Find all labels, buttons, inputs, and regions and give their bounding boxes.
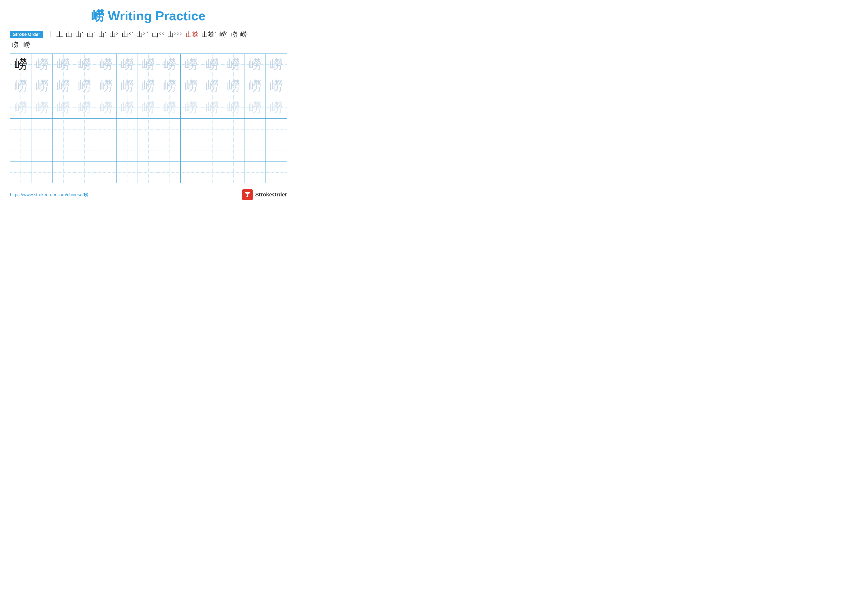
grid-cell[interactable]: 嶗 — [31, 75, 53, 96]
grid-cell[interactable]: 嶗 — [181, 75, 202, 96]
grid-cell[interactable]: 嶗 — [10, 54, 31, 75]
grid-cell[interactable] — [95, 119, 116, 140]
grid-cell[interactable] — [10, 119, 31, 140]
grid-cell[interactable] — [245, 119, 266, 140]
brand-logo: 字 StrokeOrder — [242, 189, 287, 200]
grid-cell[interactable]: 嶗 — [181, 54, 202, 75]
grid-cell[interactable]: 嶗 — [223, 97, 245, 118]
grid-cell[interactable] — [116, 162, 138, 183]
practice-character: 嶗 — [206, 79, 219, 92]
grid-cell[interactable]: 嶗 — [266, 75, 287, 96]
grid-cell[interactable]: 嶗 — [116, 54, 138, 75]
practice-character: 嶗 — [99, 58, 112, 71]
grid-cell[interactable]: 嶗 — [181, 97, 202, 118]
grid-cell[interactable] — [53, 119, 74, 140]
grid-cell[interactable]: 嶗 — [202, 54, 223, 75]
grid-cell[interactable]: 嶗 — [160, 97, 181, 118]
practice-character: 嶗 — [78, 101, 91, 114]
grid-cell[interactable]: 嶗 — [202, 97, 223, 118]
grid-cell[interactable] — [116, 119, 138, 140]
grid-cell[interactable]: 嶗 — [95, 97, 116, 118]
grid-cell[interactable] — [181, 140, 202, 162]
stroke-17: 嶗˙ — [12, 41, 20, 48]
grid-cell[interactable]: 嶗 — [223, 75, 245, 96]
practice-character: 嶗 — [121, 101, 133, 114]
grid-cell[interactable] — [181, 162, 202, 183]
grid-cell[interactable] — [74, 119, 95, 140]
grid-cell[interactable]: 嶗 — [160, 54, 181, 75]
grid-cell[interactable] — [74, 140, 95, 162]
grid-cell[interactable] — [245, 162, 266, 183]
grid-cell[interactable] — [223, 140, 245, 162]
grid-cell[interactable]: 嶗 — [138, 97, 159, 118]
grid-cell[interactable] — [95, 162, 116, 183]
practice-character: 嶗 — [248, 79, 261, 92]
grid-cell[interactable]: 嶗 — [10, 97, 31, 118]
grid-cell[interactable]: 嶗 — [138, 54, 159, 75]
practice-character: 嶗 — [206, 101, 219, 114]
grid-cell[interactable]: 嶗 — [74, 75, 95, 96]
grid-cell[interactable]: 嶗 — [160, 75, 181, 96]
grid-cell[interactable]: 嶗 — [266, 54, 287, 75]
grid-cell[interactable]: 嶗 — [74, 97, 95, 118]
grid-cell[interactable]: 嶗 — [95, 75, 116, 96]
grid-cell[interactable]: 嶗 — [116, 97, 138, 118]
grid-cell[interactable] — [138, 162, 159, 183]
page-title: 嶗 Writing Practice — [10, 8, 287, 25]
grid-cell[interactable] — [223, 119, 245, 140]
grid-cell[interactable] — [223, 162, 245, 183]
grid-cell[interactable]: 嶗 — [223, 54, 245, 75]
stroke-order-row2: 嶗˙ 嶗 — [10, 41, 287, 48]
stroke-11: 山ˣˣˣ — [167, 31, 183, 38]
grid-cell[interactable] — [31, 162, 53, 183]
practice-character: 嶗 — [184, 58, 197, 71]
grid-cell[interactable]: 嶗 — [266, 97, 287, 118]
grid-cell[interactable] — [10, 162, 31, 183]
practice-character: 嶗 — [270, 58, 282, 71]
stroke-15: 嶗 — [231, 31, 237, 38]
practice-character: 嶗 — [121, 79, 133, 92]
grid-cell[interactable]: 嶗 — [116, 75, 138, 96]
grid-cell[interactable]: 嶗 — [10, 75, 31, 96]
grid-cell[interactable]: 嶗 — [53, 54, 74, 75]
grid-cell[interactable] — [202, 140, 223, 162]
grid-cell[interactable] — [160, 140, 181, 162]
practice-character: 嶗 — [14, 79, 27, 92]
grid-cell[interactable] — [202, 162, 223, 183]
grid-cell[interactable] — [160, 162, 181, 183]
stroke-16: 嶗˙ — [240, 31, 249, 38]
grid-cell[interactable] — [53, 140, 74, 162]
grid-cell[interactable] — [138, 140, 159, 162]
stroke-2: 丄 — [56, 31, 63, 38]
grid-cell[interactable] — [266, 140, 287, 162]
grid-cell[interactable] — [245, 140, 266, 162]
grid-cell[interactable] — [31, 140, 53, 162]
grid-cell[interactable] — [266, 162, 287, 183]
grid-cell[interactable]: 嶗 — [53, 75, 74, 96]
practice-grid: 嶗嶗嶗嶗嶗嶗嶗嶗嶗嶗嶗嶗嶗嶗嶗嶗嶗嶗嶗嶗嶗嶗嶗嶗嶗嶗嶗嶗嶗嶗嶗嶗嶗嶗嶗嶗嶗嶗嶗 — [10, 53, 287, 183]
grid-cell[interactable]: 嶗 — [31, 54, 53, 75]
grid-cell[interactable]: 嶗 — [202, 75, 223, 96]
grid-cell[interactable]: 嶗 — [74, 54, 95, 75]
grid-cell[interactable] — [74, 162, 95, 183]
practice-character: 嶗 — [142, 79, 155, 92]
grid-cell[interactable]: 嶗 — [138, 75, 159, 96]
grid-cell[interactable] — [181, 119, 202, 140]
grid-cell[interactable]: 嶗 — [245, 54, 266, 75]
stroke-7: 山ˣ — [109, 31, 119, 38]
grid-cell[interactable] — [10, 140, 31, 162]
grid-cell[interactable] — [95, 140, 116, 162]
grid-cell[interactable] — [266, 119, 287, 140]
grid-cell[interactable] — [53, 162, 74, 183]
grid-cell[interactable] — [116, 140, 138, 162]
footer-link[interactable]: https://www.strokeorder.com/chinese/嶗 — [10, 192, 88, 197]
grid-cell[interactable] — [138, 119, 159, 140]
grid-cell[interactable]: 嶗 — [245, 97, 266, 118]
grid-cell[interactable]: 嶗 — [31, 97, 53, 118]
grid-cell[interactable] — [160, 119, 181, 140]
grid-cell[interactable] — [202, 119, 223, 140]
grid-cell[interactable] — [31, 119, 53, 140]
grid-cell[interactable]: 嶗 — [245, 75, 266, 96]
grid-cell[interactable]: 嶗 — [53, 97, 74, 118]
grid-cell[interactable]: 嶗 — [95, 54, 116, 75]
